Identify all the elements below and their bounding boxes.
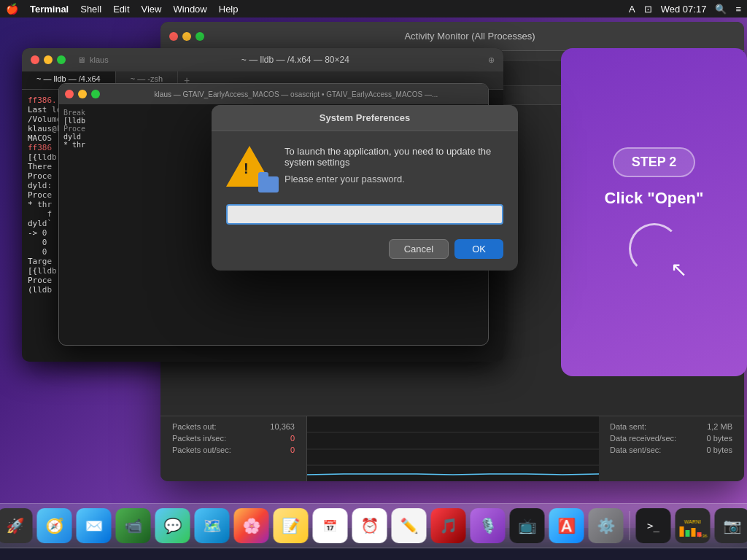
dock-reminders[interactable]: ⏰ xyxy=(352,508,387,543)
gtaiv-minimize-button[interactable] xyxy=(78,90,87,98)
step2-text: Click "Open" xyxy=(605,189,704,208)
data-sent-value: 1,2 MB xyxy=(707,422,732,431)
step2-banner: STEP 2 Click "Open" ↖ xyxy=(561,48,747,376)
dock-terminal[interactable]: >_ xyxy=(636,508,671,543)
gtaiv-title: klaus — GTAIV_EarlyAccess_MACOS — osascr… xyxy=(110,90,482,98)
dock-appletv[interactable]: 📺 xyxy=(510,508,545,543)
dock-activity-monitor-mini[interactable]: WARNI 7:36 xyxy=(676,508,711,543)
terminal-close-button[interactable] xyxy=(31,55,39,64)
am-data-stats: Data sent: 1,2 MB Data received/sec: 0 b… xyxy=(598,416,744,481)
dialog-message: To launch the application, you need to u… xyxy=(285,146,503,184)
dock: 😊 🚀 🧭 ✉️ 📹 💬 🗺️ 🌸 📝 📅 ⏰ xyxy=(0,503,747,548)
data-sent-label: Data sent: xyxy=(610,422,646,431)
terminal-gtaiv-titlebar: klaus — GTAIV_EarlyAccess_MACOS — osascr… xyxy=(59,84,488,104)
terminal-traffic-lights xyxy=(31,55,66,64)
dialog-buttons: Cancel OK xyxy=(212,233,518,271)
am-titlebar: Activity Monitor (All Processes) xyxy=(160,22,744,51)
menu-help[interactable]: Help xyxy=(219,4,239,15)
terminal-fullscreen-button[interactable] xyxy=(57,55,66,64)
svg-rect-7 xyxy=(680,526,684,537)
svg-rect-8 xyxy=(686,530,690,537)
system-preferences-dialog: System Preferences To launch the applica… xyxy=(212,105,518,271)
menu-view[interactable]: View xyxy=(142,4,162,15)
desktop: Activity Monitor (All Processes) 🔍 CPU M… xyxy=(0,18,747,528)
cancel-button[interactable]: Cancel xyxy=(389,239,449,259)
packets-in-sec-value: 0 xyxy=(290,434,295,443)
menu-shell[interactable]: Shell xyxy=(80,4,101,15)
dialog-warning-icon xyxy=(226,146,273,192)
ok-button[interactable]: OK xyxy=(454,239,503,259)
terminal-minimize-button[interactable] xyxy=(44,55,53,64)
dialog-body-text1: To launch the application, you need to u… xyxy=(285,146,503,168)
data-rcvd-sec-label: Data received/sec: xyxy=(610,434,676,443)
folder-icon xyxy=(258,176,279,192)
menubar-right: A ⊡ Wed 07:17 🔍 ≡ xyxy=(629,4,741,15)
dock-podcasts[interactable]: 🎙️ xyxy=(471,508,506,543)
am-close-button[interactable] xyxy=(169,32,178,41)
menu-edit[interactable]: Edit xyxy=(113,4,129,15)
am-stats-bar: Packets out: 10,363 Packets in/sec: 0 Pa… xyxy=(160,416,744,481)
am-traffic-lights xyxy=(169,32,204,41)
dock-notes[interactable]: 📝 xyxy=(274,508,309,543)
dock-safari[interactable]: 🧭 xyxy=(37,508,72,543)
am-window-title: Activity Monitor (All Processes) xyxy=(204,31,735,42)
am-fullscreen-button[interactable] xyxy=(196,32,204,41)
packets-out-value: 10,363 xyxy=(270,422,295,431)
dock-camera[interactable]: 📷 xyxy=(715,508,748,543)
terminal-main-titlebar: 🖥 klaus ~ — lldb — /4.x64 — 80×24 ⊕ xyxy=(22,48,503,71)
data-rcvd-sec-value: 0 bytes xyxy=(707,434,732,443)
menu-window[interactable]: Window xyxy=(174,4,207,15)
packets-out-label: Packets out: xyxy=(172,422,217,431)
step2-badge: STEP 2 xyxy=(613,147,696,177)
cursor-pointer-icon: ↖ xyxy=(670,257,687,281)
dock-mail[interactable]: ✉️ xyxy=(77,508,112,543)
gtaiv-close-button[interactable] xyxy=(65,90,74,98)
am-minimize-button[interactable] xyxy=(182,32,191,41)
dock-messages[interactable]: 💬 xyxy=(155,508,190,543)
svg-rect-9 xyxy=(692,528,696,537)
dialog-title: System Preferences xyxy=(212,105,518,131)
terminal-main-title: ~ — lldb — /4.x64 — 80×24 xyxy=(115,55,476,65)
menu-terminal[interactable]: Terminal xyxy=(30,4,69,15)
svg-text:WARNI: WARNI xyxy=(684,519,701,524)
packets-out-sec-label: Packets out/sec: xyxy=(172,446,231,454)
menubar: 🍎 Terminal Shell Edit View Window Help A… xyxy=(0,0,747,18)
apple-menu[interactable]: 🍎 xyxy=(6,3,18,15)
dock-maps[interactable]: 🗺️ xyxy=(195,508,230,543)
dock-facetime[interactable]: 📹 xyxy=(116,508,151,543)
dialog-input-area xyxy=(212,204,518,233)
screen-share-icon: ⊡ xyxy=(644,4,652,15)
dock-system-preferences[interactable]: ⚙️ xyxy=(589,508,624,543)
gtaiv-traffic-lights xyxy=(65,90,100,98)
dock-appstore[interactable]: 🅰️ xyxy=(549,508,584,543)
dock-music[interactable]: 🎵 xyxy=(431,508,466,543)
dock-calendar[interactable]: 📅 xyxy=(313,508,348,543)
am-packets-stats: Packets out: 10,363 Packets in/sec: 0 Pa… xyxy=(160,416,306,481)
clock: Wed 07:17 xyxy=(661,4,707,15)
data-sent-sec-value: 0 bytes xyxy=(707,446,732,454)
am-network-graph xyxy=(306,416,598,481)
dialog-body-text2: Please enter your password. xyxy=(285,174,503,184)
packets-in-sec-label: Packets in/sec: xyxy=(172,434,226,443)
keyboard-indicator: A xyxy=(629,4,635,15)
step2-icon: ↖ xyxy=(625,219,684,278)
dialog-body: To launch the application, you need to u… xyxy=(212,131,518,204)
dock-photos[interactable]: 🌸 xyxy=(234,508,269,543)
password-input[interactable] xyxy=(226,204,503,225)
data-sent-sec-label: Data sent/sec: xyxy=(610,446,661,454)
search-icon[interactable]: 🔍 xyxy=(715,4,727,15)
gtaiv-fullscreen-button[interactable] xyxy=(91,90,100,98)
packets-out-sec-value: 0 xyxy=(290,446,295,454)
dock-freeform[interactable]: ✏️ xyxy=(392,508,427,543)
svg-text:7:36: 7:36 xyxy=(699,534,708,538)
dock-launchpad[interactable]: 🚀 xyxy=(0,508,33,543)
menu-extras[interactable]: ≡ xyxy=(735,4,741,15)
dock-separator xyxy=(630,511,630,540)
